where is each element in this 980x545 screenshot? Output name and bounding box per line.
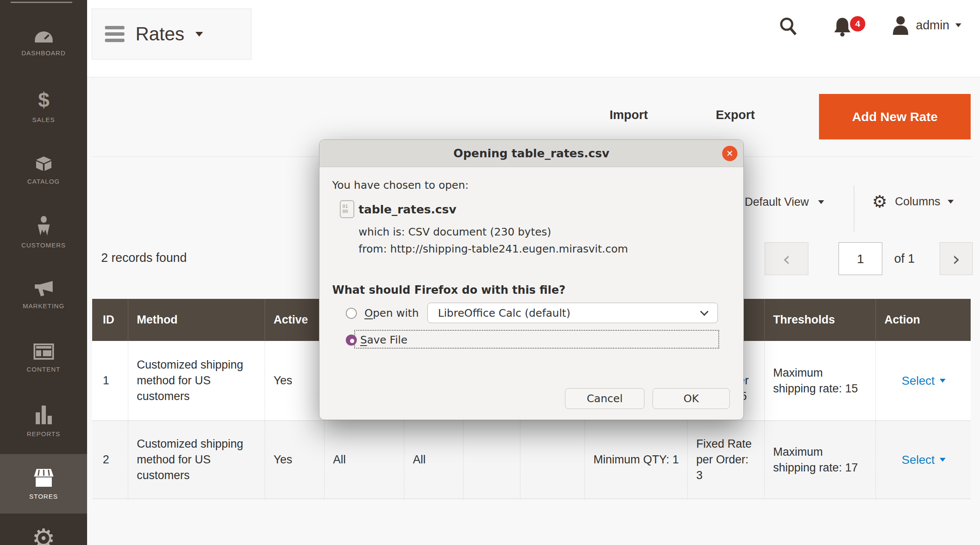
notification-count-badge[interactable]: 4 xyxy=(850,16,865,31)
svg-text:$: $ xyxy=(38,90,49,110)
columns-label: Columns xyxy=(895,195,940,208)
open-with-label: Open with xyxy=(364,307,419,319)
admin-user-menu[interactable]: admin xyxy=(891,15,961,35)
search-icon[interactable] xyxy=(779,17,797,37)
column-header-action[interactable]: Action xyxy=(876,299,971,341)
sidebar-item-dashboard[interactable]: DASHBOARD xyxy=(0,12,87,75)
chevron-down-icon xyxy=(195,32,203,37)
select-label: Select xyxy=(902,373,935,389)
sidebar-item-label: CONTENT xyxy=(27,366,61,373)
table-cell: 1 xyxy=(92,341,128,420)
column-header-active[interactable]: Active xyxy=(265,299,324,341)
dialog-intro-text: You have chosen to open: xyxy=(332,179,469,191)
sidebar-item-catalog[interactable]: CATALOG xyxy=(0,138,87,201)
select-action-link[interactable]: Select xyxy=(902,373,946,389)
open-with-radio[interactable] xyxy=(346,308,357,319)
table-cell: Customized shipping method for US custom… xyxy=(128,421,265,499)
table-cell xyxy=(520,421,585,499)
sidebar-item-label: DASHBOARD xyxy=(21,49,65,57)
admin-sidebar: DASHBOARD$SALESCATALOGCUSTOMERSMARKETING… xyxy=(0,0,87,545)
sidebar-item-label: REPORTS xyxy=(27,430,60,437)
table-cell: Maximum shipping rate: 17 xyxy=(764,421,876,499)
columns-control[interactable]: ⚙ Columns xyxy=(872,193,954,210)
pagination-next-button[interactable]: › xyxy=(940,242,973,275)
sidebar-item-system[interactable]: ⚙ xyxy=(0,514,87,545)
table-cell: 2 xyxy=(92,421,128,499)
user-avatar-icon xyxy=(891,15,910,35)
sidebar-item-marketing[interactable]: MARKETING xyxy=(0,264,87,326)
pagination-of-label: of 1 xyxy=(894,252,915,266)
column-header-thresholds[interactable]: Thresholds xyxy=(764,299,876,341)
layout-icon xyxy=(34,343,54,361)
dialog-source-line: from: http://shipping-table241.eugen.mir… xyxy=(359,243,628,255)
csv-file-icon: 01 00 xyxy=(340,200,354,218)
gear-icon: ⚙ xyxy=(872,193,887,210)
chevron-down-icon xyxy=(948,200,954,204)
save-file-focus-outline xyxy=(354,330,719,349)
table-cell: Minimum QTY: 1 xyxy=(585,421,687,499)
records-found: 2 records found xyxy=(101,251,187,265)
chevron-down-icon xyxy=(700,307,709,316)
chevron-down-icon xyxy=(818,200,824,204)
sidebar-item-label: CUSTOMERS xyxy=(21,241,66,249)
chevron-down-icon xyxy=(940,379,946,383)
box-icon xyxy=(34,154,54,173)
add-new-rate-button[interactable]: Add New Rate xyxy=(819,94,971,139)
page-title: Rates xyxy=(136,23,184,45)
dollar-icon: $ xyxy=(34,90,54,112)
table-cell: Maximum shipping rate: 15 xyxy=(764,341,876,420)
hamburger-icon xyxy=(105,26,124,42)
save-file-radio[interactable] xyxy=(346,335,357,346)
chevron-down-icon xyxy=(940,458,946,462)
export-button[interactable]: Export xyxy=(716,108,755,122)
import-button[interactable]: Import xyxy=(610,108,648,122)
selected-app: LibreOffice Calc (default) xyxy=(438,307,701,319)
firefox-download-dialog: Opening table_rates.csv ✕ You have chose… xyxy=(319,139,744,420)
sidebar-item-label: MARKETING xyxy=(23,302,64,309)
dialog-filename: table_rates.csv xyxy=(359,203,456,216)
sidebar-item-content[interactable]: CONTENT xyxy=(0,326,87,389)
dialog-question: What should Firefox do with this file? xyxy=(332,284,565,296)
column-header-id[interactable]: ID xyxy=(92,299,128,341)
controls-divider xyxy=(854,186,854,232)
magento-logo-edge xyxy=(11,2,72,3)
save-file-label: Save File xyxy=(360,334,407,346)
view-selector[interactable]: Default View xyxy=(745,196,824,209)
user-name: admin xyxy=(916,18,949,32)
store-icon xyxy=(33,468,54,488)
table-cell: Yes xyxy=(265,341,324,420)
pagination-prev-button[interactable]: ‹ xyxy=(765,242,808,275)
table-cell: Customized shipping method for US custom… xyxy=(128,341,265,420)
sidebar-item-label: CATALOG xyxy=(27,178,59,185)
sidebar-item-label: STORES xyxy=(29,493,58,500)
column-header-method[interactable]: Method xyxy=(128,299,265,341)
table-cell: Select xyxy=(876,341,971,420)
notifications-bell-icon[interactable] xyxy=(833,16,852,39)
topbar: Rates 4 admin xyxy=(87,0,980,77)
sidebar-item-stores[interactable]: STORES xyxy=(0,454,87,514)
sidebar-item-reports[interactable]: REPORTS xyxy=(0,389,87,452)
view-selector-label: Default View xyxy=(745,196,809,209)
sidebar-item-customers[interactable]: CUSTOMERS xyxy=(0,201,87,264)
sidebar-item-sales[interactable]: $SALES xyxy=(0,75,87,138)
select-action-link[interactable]: Select xyxy=(902,452,946,468)
table-row: 2Customized shipping method for US custo… xyxy=(92,420,971,499)
gauge-icon xyxy=(34,31,54,45)
table-cell xyxy=(463,421,520,499)
cancel-button[interactable]: Cancel xyxy=(565,388,644,409)
table-cell: All xyxy=(324,421,404,499)
table-cell: Select xyxy=(876,421,971,499)
dialog-title: Opening table_rates.csv xyxy=(319,140,743,167)
table-cell: Yes xyxy=(265,421,324,499)
bars-icon xyxy=(35,405,53,426)
pagination-page-input[interactable] xyxy=(839,242,882,275)
dialog-close-button[interactable]: ✕ xyxy=(722,146,737,161)
open-with-app-dropdown[interactable]: LibreOffice Calc (default) xyxy=(427,303,718,323)
page-title-menu[interactable]: Rates xyxy=(92,9,251,60)
table-cell: Fixed Rate per Order: 3 xyxy=(687,421,764,499)
gear-icon: ⚙ xyxy=(32,525,56,545)
megaphone-icon xyxy=(33,281,54,298)
dialog-filetype-line: which is: CSV document (230 bytes) xyxy=(359,226,551,238)
chevron-down-icon xyxy=(955,23,961,27)
ok-button[interactable]: OK xyxy=(652,388,730,409)
